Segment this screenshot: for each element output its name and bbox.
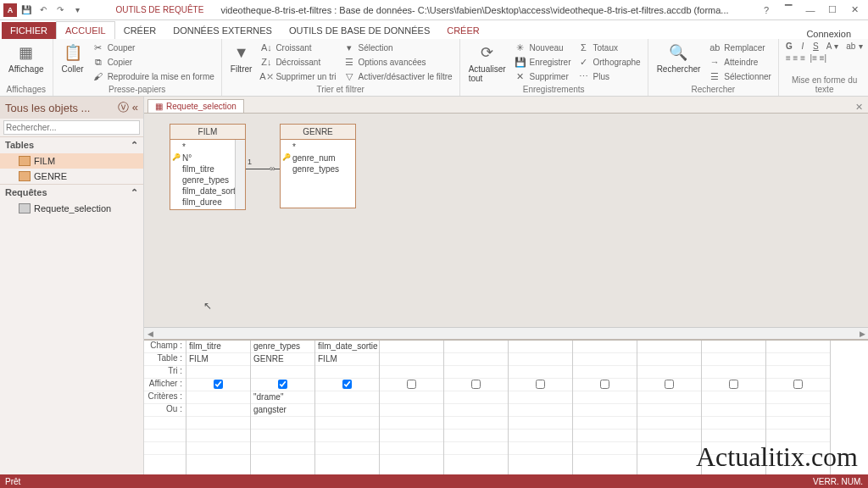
field-film-date-sortie[interactable]: film_date_sortie [172, 186, 243, 197]
tab-create[interactable]: CRÉER [115, 22, 165, 39]
grid-col-6[interactable] [573, 341, 637, 474]
nav-header[interactable]: Tous les objets ... ⓥ « [0, 97, 143, 119]
cell-afficher[interactable] [573, 379, 637, 391]
cell-afficher[interactable] [186, 379, 250, 391]
cell-table[interactable] [380, 353, 443, 366]
cell-afficher[interactable] [702, 379, 765, 391]
cell-ou[interactable] [766, 404, 830, 417]
tab-file[interactable]: FICHIER [2, 22, 56, 39]
cell-ou[interactable] [637, 404, 701, 417]
find-button[interactable]: 🔍 Rechercher [654, 41, 704, 75]
ribbon-collapse-icon[interactable]: ▔ [778, 3, 798, 18]
sort-desc-button[interactable]: Z↓Décroissant [259, 55, 337, 69]
minimize-icon[interactable]: — [800, 3, 821, 18]
cell-ou[interactable] [509, 404, 572, 417]
grid-col-4[interactable] [444, 341, 509, 474]
cell-ou[interactable] [380, 404, 443, 417]
cell-champ[interactable] [444, 341, 508, 353]
sign-in-link[interactable]: Connexion [806, 29, 868, 39]
cell-afficher[interactable] [444, 379, 508, 391]
design-hscroll[interactable]: ◀ ▶ [144, 327, 868, 339]
field-genre-types2[interactable]: genre_types [282, 164, 353, 175]
tab-database-tools[interactable]: OUTILS DE BASE DE DONNÉES [281, 22, 438, 39]
selection-button[interactable]: ▾Sélection [342, 41, 454, 54]
cell-champ[interactable] [380, 341, 443, 353]
collapse-icon[interactable]: ⌃ [131, 140, 138, 151]
nav-group-queries[interactable]: Requêtes ⌃ [0, 184, 143, 201]
copy-button[interactable]: ⧉Copier [91, 55, 216, 69]
save-record-button[interactable]: 💾Enregistrer [513, 55, 573, 69]
format-painter-button[interactable]: 🖌Reproduire la mise en forme [91, 69, 216, 83]
cell-table[interactable] [766, 353, 830, 366]
scroll-left-icon[interactable]: ◀ [144, 330, 156, 338]
cell-champ[interactable]: film_date_sortie [315, 341, 379, 353]
cell-table[interactable] [637, 353, 701, 366]
sort-asc-button[interactable]: A↓Croissant [259, 41, 337, 54]
goto-button[interactable]: →Atteindre [707, 55, 773, 69]
nav-item-film[interactable]: FILM [0, 153, 143, 169]
cell-tri[interactable] [637, 366, 701, 379]
cell-champ[interactable] [766, 341, 830, 353]
doc-tab-query[interactable]: ▦ Requete_selection [147, 99, 244, 113]
cell-champ[interactable] [702, 341, 765, 353]
query-design-surface[interactable]: FILM * N° film_titre genre_types film_da… [144, 114, 868, 339]
cell-criteres[interactable]: "drame" [251, 391, 314, 404]
tab-external-data[interactable]: DONNÉES EXTERNES [164, 22, 281, 39]
grid-col-0[interactable]: film_titreFILM [186, 341, 251, 474]
remove-sort-button[interactable]: A⤫Supprimer un tri [259, 69, 337, 83]
cell-ou[interactable] [573, 404, 637, 417]
cell-criteres[interactable] [573, 391, 637, 404]
new-record-button[interactable]: ✳Nouveau [513, 41, 573, 54]
table-box-genre[interactable]: GENRE * genre_num genre_types [280, 124, 356, 208]
filter-button[interactable]: ▼ Filtrer [227, 41, 256, 75]
refresh-all-button[interactable]: ⟳ Actualiser tout [465, 41, 509, 85]
grid-col-2[interactable]: film_date_sortieFILM [315, 341, 380, 474]
cell-criteres[interactable] [444, 391, 508, 404]
field-star[interactable]: * [282, 141, 353, 152]
redo-icon[interactable]: ↷ [53, 3, 68, 18]
cell-champ[interactable]: genre_types [251, 341, 314, 353]
cell-criteres[interactable] [509, 391, 572, 404]
cell-afficher[interactable] [637, 379, 701, 391]
toggle-filter-button[interactable]: ▽Activer/désactiver le filtre [342, 69, 454, 83]
show-checkbox[interactable] [471, 380, 481, 389]
nav-group-tables[interactable]: Tables ⌃ [0, 136, 143, 153]
grid-col-5[interactable] [509, 341, 573, 474]
scroll-right-icon[interactable]: ▶ [856, 330, 868, 338]
cell-ou[interactable] [315, 404, 379, 417]
advanced-button[interactable]: ☰Options avancées [342, 55, 454, 69]
cell-tri[interactable] [702, 366, 765, 379]
cell-criteres[interactable] [186, 391, 250, 404]
paste-button[interactable]: 📋 Coller [58, 41, 87, 75]
grid-col-1[interactable]: genre_typesGENRE"drame"gangster [251, 341, 315, 474]
cell-ou[interactable] [702, 404, 765, 417]
cell-tri[interactable] [251, 366, 314, 379]
grid-col-9[interactable] [766, 341, 831, 474]
grid-col-3[interactable] [380, 341, 444, 474]
cell-champ[interactable]: film_titre [186, 341, 250, 353]
grid-col-8[interactable] [702, 341, 766, 474]
field-star[interactable]: * [172, 141, 243, 152]
field-film-titre[interactable]: film_titre [172, 164, 243, 175]
replace-button[interactable]: abRemplacer [707, 41, 773, 54]
cell-criteres[interactable] [702, 391, 765, 404]
show-checkbox[interactable] [536, 380, 545, 389]
cell-table[interactable] [509, 353, 572, 366]
cell-criteres[interactable] [766, 391, 830, 404]
cell-tri[interactable] [380, 366, 443, 379]
nav-item-genre[interactable]: GENRE [0, 169, 143, 184]
cell-champ[interactable] [573, 341, 637, 353]
close-icon[interactable]: ✕ [844, 3, 865, 18]
cell-afficher[interactable] [315, 379, 379, 391]
collapse-icon[interactable]: ⌃ [131, 187, 138, 198]
select-button[interactable]: ☰Sélectionner [707, 69, 773, 83]
more-button[interactable]: ⋯Plus [576, 69, 642, 83]
help-icon[interactable]: ? [756, 3, 776, 18]
save-icon[interactable]: 💾 [19, 3, 34, 18]
show-checkbox[interactable] [793, 380, 803, 389]
cell-table[interactable]: FILM [186, 353, 250, 366]
cell-ou[interactable] [186, 404, 250, 417]
cell-tri[interactable] [509, 366, 572, 379]
show-checkbox[interactable] [214, 380, 223, 389]
nav-item-query1[interactable]: Requete_selection [0, 201, 143, 216]
